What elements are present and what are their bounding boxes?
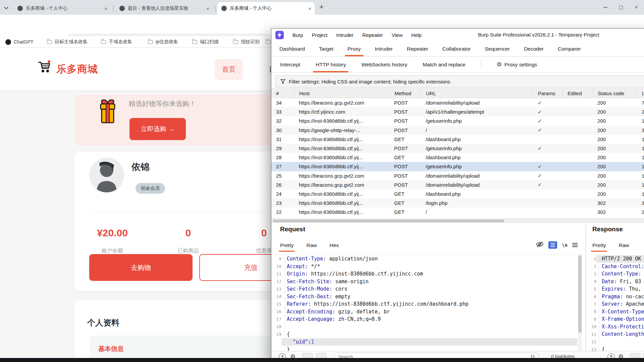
column-header-method[interactable]: Method [389, 88, 421, 98]
editor-menu-icon[interactable] [572, 243, 578, 247]
request-line[interactable]: 15Referer: https://inst-8380d6bb.ctf.yij… [271, 300, 577, 308]
response-editor[interactable]: 1HTTP/2 200 OK2Cache-Control:3Content-Ty… [589, 255, 644, 353]
bookmark-item[interactable]: 端口扫描 [192, 36, 219, 48]
http-history-row[interactable]: 31https://inst-8380d6bb.ctf.yij...GET/da… [271, 135, 644, 144]
column-header-host[interactable]: Host [294, 88, 389, 98]
http-history-row[interactable]: 26https://beacons.gcp.gvt2.comPOST/domai… [271, 180, 644, 189]
syntax-highlight-button[interactable] [548, 241, 557, 249]
new-tab-button[interactable]: + [319, 3, 324, 11]
response-line[interactable]: 1HTTP/2 200 OK [589, 255, 644, 263]
bookmark-item[interactable]: 指纹识别 [233, 36, 260, 48]
browser-tab[interactable]: 题目 - 查看他人信息场景实验× [115, 2, 213, 15]
request-line[interactable]: 10Accept: */* [271, 263, 577, 270]
tab-close-icon[interactable]: × [308, 6, 311, 11]
menu-intruder[interactable]: Intruder [336, 32, 354, 38]
site-brand[interactable]: 乐多商城 [56, 62, 98, 76]
request-tab-pretty[interactable]: Pretty [280, 242, 293, 250]
response-tab-pretty[interactable]: Pretty [592, 242, 606, 250]
http-history-row[interactable]: 27https://inst-8380d6bb.ctf.yij...POST/g… [271, 162, 644, 171]
go-shopping-button[interactable]: 去购物 [89, 254, 193, 281]
http-history-row[interactable]: 30https://google-ohttp-relay-...POST/✓20… [271, 126, 644, 135]
browser-tab[interactable]: 乐多商城 - 个人中心× [13, 2, 111, 15]
request-line[interactable]: 13Sec-Fetch-Mode: cors [271, 285, 577, 293]
window-maximize-button[interactable] [613, 2, 629, 13]
request-line[interactable]: 11Origin: https://inst-8380d6bb.ctf.yiji… [271, 270, 577, 278]
subtab-websockets-history[interactable]: WebSockets history [361, 57, 407, 72]
menu-view[interactable]: View [392, 32, 402, 38]
menu-help[interactable]: Help [411, 32, 422, 38]
http-history-row[interactable]: 28https://inst-8380d6bb.ctf.yij...GET/da… [271, 153, 644, 162]
response-line[interactable]: 4Date: Fri, 03 [589, 278, 644, 286]
column-header-status-code[interactable]: Status code [593, 88, 637, 98]
horizontal-scrollbar[interactable] [271, 218, 644, 223]
response-line[interactable]: 7Server: Apache [589, 300, 644, 308]
tab-collaborator[interactable]: Collaborator [442, 41, 471, 56]
column-header-l[interactable]: L [637, 88, 644, 98]
menu-repeater[interactable]: Repeater [362, 32, 383, 38]
request-line[interactable]: "uid":1 [271, 338, 577, 346]
bookmark-item[interactable]: 目标主域名收集 [47, 36, 88, 48]
bookmark-item[interactable]: 子域名收集 [101, 36, 132, 48]
newline-toggle-icon[interactable]: \n [562, 242, 568, 248]
response-line[interactable]: 12 [589, 338, 644, 346]
http-history-row[interactable]: 29https://inst-8380d6bb.ctf.yij...POST/g… [271, 144, 644, 153]
response-line[interactable]: 11Content-Length [589, 330, 644, 338]
column-header-#[interactable]: # [271, 88, 294, 98]
bookmark-item[interactable]: ChatGPT [5, 36, 33, 48]
menu-burp[interactable]: Burp [292, 32, 303, 38]
subtab-http-history[interactable]: HTTP history [316, 57, 346, 72]
tab-dashboard[interactable]: Dashboard [279, 41, 305, 56]
scrollbar-thumb[interactable] [273, 220, 504, 222]
subtab-proxy-settings[interactable]: ⚙ Proxy settings [497, 57, 537, 72]
http-history-row[interactable]: 22https://inst-8380d6bb.ctf.yij...GET/30… [271, 207, 644, 217]
response-line[interactable]: 5Expires: Thu, [589, 285, 644, 293]
http-history-row[interactable]: 32https://inst-8380d6bb.ctf.yij...POST/g… [271, 116, 644, 125]
request-line[interactable]: 9Content-Type: application/json [271, 255, 577, 263]
response-line[interactable]: 6Pragma: no-cac [589, 293, 644, 301]
panel-divider[interactable] [586, 224, 586, 351]
shop-now-button[interactable]: 立即选购 → [129, 118, 186, 140]
response-line[interactable]: 10X-Xss-Protecti [589, 323, 644, 331]
request-tab-raw[interactable]: Raw [306, 242, 317, 250]
request-tab-hex[interactable]: Hex [330, 242, 339, 250]
http-history-row[interactable]: 24https://inst-8380d6bb.ctf.yij...GET/da… [271, 189, 644, 198]
tab-sequencer[interactable]: Sequencer [485, 41, 510, 56]
response-line[interactable]: 8X-Content-Type [589, 308, 644, 316]
request-line[interactable]: 17Accept-Language: zh-CN,zh;q=0.9 [271, 315, 577, 323]
nav-item-首页[interactable]: 首页 [215, 59, 243, 80]
column-header-params[interactable]: Params [533, 88, 562, 98]
tab-close-icon[interactable]: × [104, 6, 107, 11]
bookmark-item[interactable]: ip信息收集 [148, 36, 178, 48]
request-scrollbar[interactable] [578, 255, 582, 351]
response-line[interactable]: 9X-Frame-Option [589, 315, 644, 323]
http-history-header[interactable]: #HostMethodURLParamsEditedStatus codeL [271, 88, 644, 98]
column-header-url[interactable]: URL [421, 88, 533, 98]
request-line[interactable]: 19{ [271, 330, 577, 338]
tab-proxy[interactable]: Proxy [347, 41, 361, 56]
scrollbar-thumb[interactable] [578, 255, 582, 333]
tab-repeater[interactable]: Repeater [407, 41, 428, 56]
hide-eye-icon[interactable] [536, 241, 544, 249]
tab-target[interactable]: Target [319, 41, 333, 56]
request-line[interactable]: 16Accept-Encoding: gzip, deflate, br [271, 308, 577, 316]
taskbar[interactable] [0, 358, 644, 362]
http-history-row[interactable]: 34https://beacons.gcp.gvt2.comPOST/domai… [271, 98, 644, 107]
http-history-row[interactable]: 25https://beacons.gcp.gvt2.comPOST/domai… [271, 171, 644, 180]
tab-intruder[interactable]: Intruder [375, 41, 393, 56]
column-header-edited[interactable]: Edited [562, 88, 593, 98]
request-editor[interactable]: 9Content-Type: application/json10Accept:… [271, 255, 577, 353]
request-line[interactable]: 18 [271, 323, 577, 331]
subtab-match-and-replace[interactable]: Match and replace [423, 57, 466, 72]
tab-close-icon[interactable]: × [206, 6, 209, 11]
response-line[interactable]: 2Cache-Control: [589, 263, 644, 270]
window-minimize-button[interactable] [598, 2, 613, 13]
response-line[interactable]: 3Content-Type: [589, 270, 644, 278]
tab-search-chevron-icon[interactable] [4, 5, 8, 9]
browser-tab[interactable]: 乐多商城 - 个人中心× [217, 2, 315, 15]
bookmark-item[interactable] [266, 36, 271, 48]
http-history-row[interactable]: 33https://ctf.yijincc.comPOST/api/v1/cha… [271, 107, 644, 116]
http-history-row[interactable]: 23https://inst-8380d6bb.ctf.yij...GET/lo… [271, 198, 644, 207]
filter-settings-bar[interactable]: Filter settings: Hiding CSS and image co… [275, 75, 644, 87]
basic-info-title[interactable]: 基本信息 [98, 345, 124, 353]
request-line[interactable]: 12Sec-Fetch-Site: same-origin [271, 278, 577, 286]
